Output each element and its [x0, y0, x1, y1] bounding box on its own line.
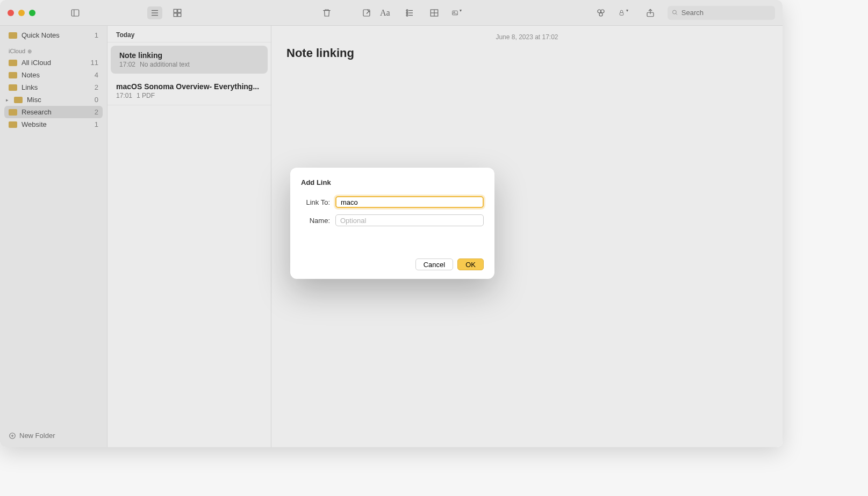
app-window: Aa ▾ ▾ — [0, 0, 783, 447]
cancel-button[interactable]: Cancel — [415, 258, 453, 270]
add-link-modal: Add Link Link To: Name: Cancel OK — [290, 168, 494, 279]
link-to-input[interactable] — [335, 196, 484, 208]
name-row: Name: — [301, 214, 484, 226]
name-label: Name: — [301, 217, 330, 225]
modal-button-row: Cancel OK — [301, 258, 484, 270]
name-input[interactable] — [335, 214, 484, 226]
ok-button[interactable]: OK — [457, 258, 484, 270]
link-to-row: Link To: — [301, 196, 484, 208]
link-to-label: Link To: — [301, 198, 330, 206]
modal-title: Add Link — [301, 178, 484, 186]
